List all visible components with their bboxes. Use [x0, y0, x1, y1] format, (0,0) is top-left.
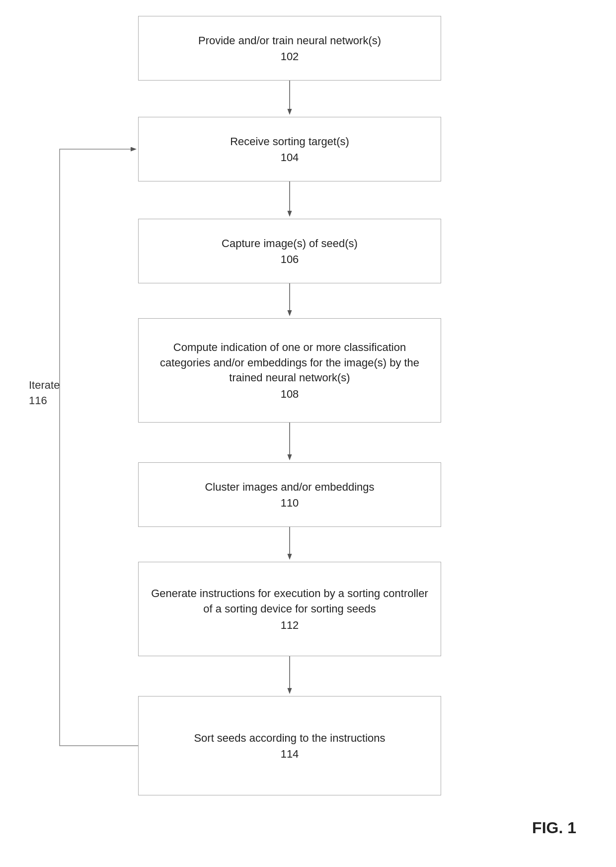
box-106-label: Capture image(s) of seed(s) [222, 236, 358, 252]
box-110: Cluster images and/or embeddings 110 [138, 462, 441, 527]
box-108-label: Compute indication of one or more classi… [149, 340, 431, 386]
box-110-label: Cluster images and/or embeddings [205, 480, 374, 495]
figure-label: FIG. 1 [532, 819, 576, 837]
box-102-label: Provide and/or train neural network(s) [198, 33, 381, 49]
box-112-label: Generate instructions for execution by a… [149, 586, 431, 617]
box-104: Receive sorting target(s) 104 [138, 117, 441, 181]
box-106: Capture image(s) of seed(s) 106 [138, 219, 441, 283]
box-108-number: 108 [281, 388, 299, 401]
box-110-number: 110 [281, 497, 299, 510]
box-112-number: 112 [281, 619, 299, 632]
box-108: Compute indication of one or more classi… [138, 318, 441, 423]
box-104-number: 104 [281, 151, 299, 164]
box-106-number: 106 [281, 253, 299, 266]
iterate-number: 116 [29, 394, 47, 407]
diagram-container: Provide and/or train neural network(s) 1… [0, 0, 616, 867]
iterate-label: Iterate 116 [29, 378, 60, 409]
box-114-number: 114 [281, 748, 299, 761]
box-112: Generate instructions for execution by a… [138, 562, 441, 656]
box-104-label: Receive sorting target(s) [230, 134, 349, 150]
box-102-number: 102 [281, 50, 299, 63]
box-114-label: Sort seeds according to the instructions [194, 731, 385, 746]
iterate-text: Iterate [29, 379, 60, 391]
box-102: Provide and/or train neural network(s) 1… [138, 16, 441, 81]
box-114: Sort seeds according to the instructions… [138, 696, 441, 795]
